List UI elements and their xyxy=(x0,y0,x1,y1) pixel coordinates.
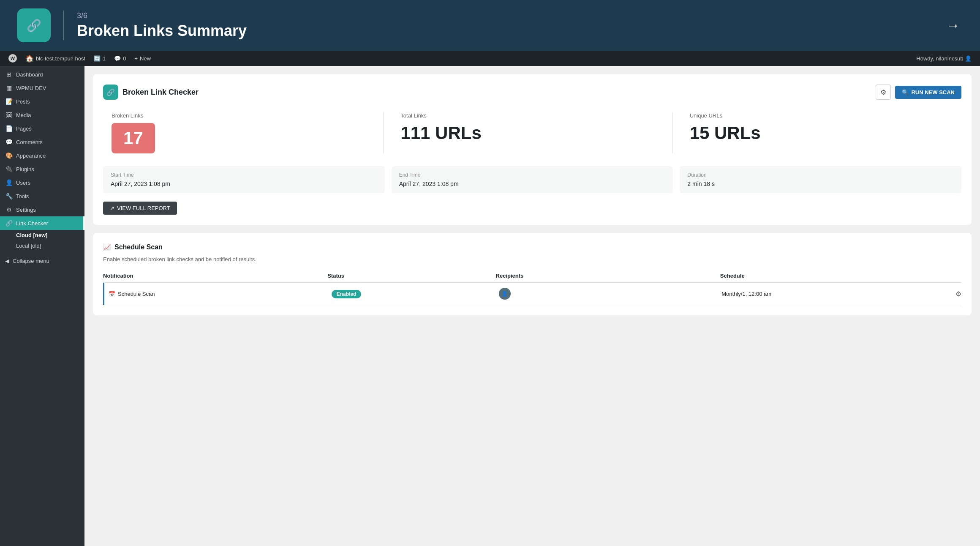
plugins-icon: 🔌 xyxy=(5,166,13,172)
new-label: New xyxy=(140,55,151,62)
total-links-label: Total Links xyxy=(400,112,664,119)
sidebar-item-users[interactable]: 👤 Users xyxy=(0,176,84,189)
main-layout: ⊞ Dashboard ▦ WPMU DEV 📝 Posts 🖼 Media 📄… xyxy=(0,66,980,546)
step-indicator: 3/6 xyxy=(77,11,938,20)
unique-urls-stat: Unique URLs 15 URLs xyxy=(673,108,961,158)
comments-item[interactable]: 💬 0 xyxy=(110,51,130,66)
tools-icon: 🔧 xyxy=(5,193,13,199)
sidebar-item-comments[interactable]: 💬 Comments xyxy=(0,135,84,149)
dashboard-icon: ⊞ xyxy=(5,71,13,78)
appearance-icon: 🎨 xyxy=(5,152,13,159)
sidebar-label-posts: Posts xyxy=(16,98,30,105)
schedule-header: 📈 Schedule Scan xyxy=(103,243,961,251)
sidebar-label-plugins: Plugins xyxy=(16,166,34,172)
stats-row: Broken Links 17 Total Links 111 URLs Uni… xyxy=(103,108,961,158)
wpmudev-icon: ▦ xyxy=(5,85,13,91)
home-item[interactable]: 🏠 blc-test.tempurl.host xyxy=(21,51,90,66)
broken-links-stat: Broken Links 17 xyxy=(103,108,383,158)
external-link-icon: ↗ xyxy=(110,205,114,211)
duration-value: 2 min 18 s xyxy=(687,180,954,187)
blc-title-row: 🔗 Broken Link Checker xyxy=(103,85,199,100)
start-time-item: Start Time April 27, 2023 1:08 pm xyxy=(103,166,385,193)
sidebar-item-link-checker[interactable]: 🔗 Link Checker xyxy=(0,216,84,230)
header-text: 3/6 Broken Links Summary xyxy=(77,11,938,40)
wp-logo-item[interactable]: W xyxy=(4,51,21,66)
run-scan-label: RUN NEW SCAN xyxy=(911,89,955,96)
admin-bar-right: Howdy, nilanincsub 👤 xyxy=(916,55,976,62)
view-report-label: VIEW FULL REPORT xyxy=(117,205,170,211)
schedule-title: Schedule Scan xyxy=(114,243,163,251)
notification-cell: 📅 Schedule Scan xyxy=(109,291,332,297)
refresh-icon: 🔄 xyxy=(94,55,101,62)
sidebar-item-plugins[interactable]: 🔌 Plugins xyxy=(0,162,84,176)
pages-icon: 📄 xyxy=(5,125,13,132)
collapse-icon: ◀ xyxy=(5,258,9,264)
end-time-label: End Time xyxy=(399,172,666,178)
blc-plugin-title: Broken Link Checker xyxy=(122,88,199,97)
col-header-notification: Notification xyxy=(103,273,327,279)
view-full-report-button[interactable]: ↗ VIEW FULL REPORT xyxy=(103,202,177,215)
users-icon: 👤 xyxy=(5,179,13,186)
calendar-icon: 📅 xyxy=(109,291,115,297)
sidebar-item-media[interactable]: 🖼 Media xyxy=(0,108,84,122)
collapse-menu[interactable]: ◀ Collapse menu xyxy=(0,254,84,268)
sidebar-item-settings[interactable]: ⚙ Settings xyxy=(0,203,84,216)
col-header-recipients: Recipients xyxy=(496,273,720,279)
sidebar-label-link-checker: Link Checker xyxy=(16,220,48,227)
table-row: 📅 Schedule Scan Enabled 👤 Monthly/1, 12:… xyxy=(103,283,961,305)
notification-label: Schedule Scan xyxy=(118,291,155,297)
settings-button[interactable]: ⚙ xyxy=(876,85,891,100)
status-badge: Enabled xyxy=(332,290,362,298)
time-row: Start Time April 27, 2023 1:08 pm End Ti… xyxy=(103,166,961,193)
user-avatar-icon: 👤 xyxy=(965,55,972,62)
status-cell: Enabled xyxy=(332,291,499,297)
comment-icon: 💬 xyxy=(114,55,121,62)
wp-logo: W xyxy=(8,54,17,63)
col-header-action xyxy=(945,273,961,279)
sidebar-label-settings: Settings xyxy=(16,207,36,213)
settings-icon: ⚙ xyxy=(880,88,886,96)
sidebar-label-tools: Tools xyxy=(16,193,29,199)
sidebar-sub-local-label: Local [old] xyxy=(16,243,41,249)
sidebar-label-wpmudev: WPMU DEV xyxy=(16,85,46,91)
sidebar-sub-cloud[interactable]: Cloud [new] xyxy=(0,230,84,240)
blc-logo-icon: 🔗 xyxy=(106,88,115,96)
page-title: Broken Links Summary xyxy=(77,22,938,40)
sidebar-label-media: Media xyxy=(16,112,31,118)
unique-urls-label: Unique URLs xyxy=(690,112,953,119)
posts-icon: 📝 xyxy=(5,98,13,105)
sidebar-label-users: Users xyxy=(16,180,30,186)
sidebar-label-dashboard: Dashboard xyxy=(16,71,43,78)
sidebar-item-wpmudev[interactable]: ▦ WPMU DEV xyxy=(0,81,84,95)
updates-item[interactable]: 🔄 1 xyxy=(90,51,110,66)
logo-emoji: 🔗 xyxy=(27,19,41,33)
end-time-value: April 27, 2023 1:08 pm xyxy=(399,180,666,187)
blc-header: 🔗 Broken Link Checker ⚙ 🔍 RUN NEW SCAN xyxy=(103,85,961,100)
schedule-table-header: Notification Status Recipients Schedule xyxy=(103,269,961,283)
presentation-header: 🔗 3/6 Broken Links Summary → xyxy=(0,0,980,51)
home-icon: 🏠 xyxy=(25,55,34,63)
unique-urls-value: 15 URLs xyxy=(690,123,953,143)
link-checker-icon: 🔗 xyxy=(5,220,13,227)
search-icon: 🔍 xyxy=(902,89,909,96)
sidebar: ⊞ Dashboard ▦ WPMU DEV 📝 Posts 🖼 Media 📄… xyxy=(0,66,84,546)
sidebar-sub-local[interactable]: Local [old] xyxy=(0,240,84,251)
run-scan-button[interactable]: 🔍 RUN NEW SCAN xyxy=(895,86,961,99)
broken-links-label: Broken Links xyxy=(112,112,375,119)
end-time-item: End Time April 27, 2023 1:08 pm xyxy=(392,166,673,193)
col-header-schedule: Schedule xyxy=(720,273,945,279)
app-logo: 🔗 xyxy=(17,8,51,42)
sidebar-item-tools[interactable]: 🔧 Tools xyxy=(0,189,84,203)
sidebar-item-pages[interactable]: 📄 Pages xyxy=(0,122,84,135)
new-item[interactable]: + New xyxy=(131,51,155,66)
comment-count: 0 xyxy=(123,55,126,62)
next-arrow[interactable]: → xyxy=(946,18,963,33)
header-divider xyxy=(63,11,64,40)
sidebar-item-dashboard[interactable]: ⊞ Dashboard xyxy=(0,68,84,81)
sidebar-item-posts[interactable]: 📝 Posts xyxy=(0,95,84,108)
blc-logo: 🔗 xyxy=(103,85,118,100)
start-time-label: Start Time xyxy=(111,172,377,178)
sidebar-item-appearance[interactable]: 🎨 Appearance xyxy=(0,149,84,162)
row-gear-icon[interactable]: ⚙ xyxy=(956,290,961,298)
blc-header-right: ⚙ 🔍 RUN NEW SCAN xyxy=(876,85,961,100)
